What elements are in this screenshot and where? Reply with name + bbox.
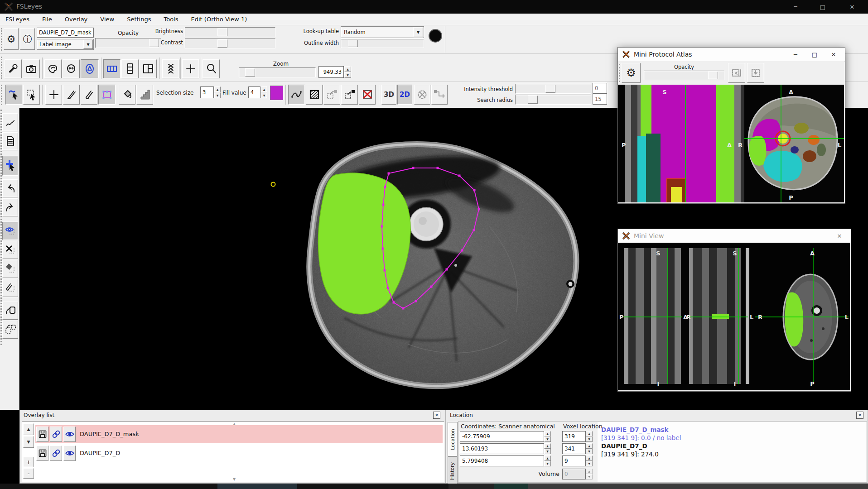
- intensity-threshold-slider[interactable]: [515, 84, 591, 94]
- zoom-value-input[interactable]: [318, 66, 344, 78]
- select-mode-button[interactable]: [23, 85, 40, 105]
- link-overlay-button[interactable]: [50, 446, 62, 461]
- menu-view[interactable]: View: [99, 16, 115, 23]
- coord-x-stepper[interactable]: ▲▼: [544, 431, 551, 442]
- coord-z-stepper[interactable]: ▲▼: [544, 455, 551, 466]
- coord-y-input[interactable]: [460, 443, 544, 454]
- atlas-settings-button[interactable]: ⚙: [622, 63, 641, 83]
- coord-x-input[interactable]: [460, 431, 544, 442]
- atlas-reset-button[interactable]: [728, 63, 745, 83]
- label-color-button[interactable]: [429, 29, 442, 43]
- atlas-titlebar[interactable]: Mini Protocol Atlas ─ □ ✕: [618, 48, 845, 62]
- edit-options-button[interactable]: [2, 113, 18, 131]
- axial-view-button[interactable]: [81, 59, 99, 78]
- clear-selection-side-button[interactable]: [2, 241, 18, 259]
- volume-input[interactable]: [562, 469, 586, 479]
- atlas-minimize-button[interactable]: ─: [786, 48, 805, 61]
- redo-button[interactable]: [2, 198, 18, 216]
- fill-selection-button[interactable]: [306, 85, 323, 105]
- toolbar-drag-handle[interactable]: [1, 85, 4, 105]
- save-overlay-button[interactable]: [36, 446, 48, 461]
- mini-view-close-button[interactable]: ✕: [830, 229, 849, 243]
- visibility-eye-button[interactable]: [63, 427, 76, 442]
- threshold-fill-tool-button[interactable]: [136, 85, 153, 105]
- opacity-slider[interactable]: [95, 38, 161, 48]
- crosshair-tool-button[interactable]: [45, 85, 62, 105]
- brightness-slider[interactable]: [185, 27, 275, 37]
- close-button[interactable]: ✕: [836, 0, 868, 14]
- select-by-intensity-button[interactable]: [414, 85, 430, 105]
- bucket-fill-tool-button[interactable]: [119, 85, 135, 105]
- link-overlay-button[interactable]: [50, 427, 62, 442]
- layout-grid-button[interactable]: [140, 59, 157, 78]
- navigate-crosshair-button[interactable]: [2, 156, 18, 176]
- visibility-eye-button[interactable]: [63, 446, 76, 461]
- voxel-z-stepper[interactable]: ▲▼: [586, 455, 593, 466]
- overlay-row-mask[interactable]: DAUPIE_D7_D_mask: [35, 425, 443, 443]
- tab-history[interactable]: History: [448, 456, 458, 485]
- fill-value-input[interactable]: [248, 86, 260, 98]
- overlay-name-input[interactable]: [37, 28, 94, 38]
- location-close-icon[interactable]: ✕: [856, 412, 863, 419]
- fill-value-stepper[interactable]: ▲▼: [261, 86, 267, 98]
- atlas-apply-button[interactable]: [747, 63, 764, 83]
- search-radius-slider[interactable]: [515, 95, 591, 105]
- layout-vertical-button[interactable]: [121, 59, 139, 78]
- mode-3d-button[interactable]: 3D: [381, 85, 396, 105]
- menu-edit-ortho[interactable]: Edit (Ortho View 1): [190, 16, 248, 23]
- paste-selection-button[interactable]: [341, 85, 358, 105]
- maximize-button[interactable]: □: [809, 0, 836, 14]
- tab-location[interactable]: Location: [448, 422, 458, 456]
- menu-overlay[interactable]: Overlay: [64, 16, 89, 23]
- copy-selection-button[interactable]: [323, 85, 340, 105]
- zoom-slider[interactable]: [239, 67, 316, 77]
- copy-paste-selection-button[interactable]: [2, 321, 18, 339]
- lut-dropdown-icon[interactable]: ▼: [413, 27, 423, 37]
- menu-tools[interactable]: Tools: [163, 16, 179, 23]
- sagittal-view-button[interactable]: [44, 59, 62, 78]
- overlay-list-close-icon[interactable]: ✕: [433, 412, 440, 419]
- coord-z-input[interactable]: [460, 455, 544, 466]
- overlay-type-select[interactable]: Label image ▼: [37, 39, 94, 50]
- save-overlay-button[interactable]: [36, 427, 48, 442]
- fill-selection-side-button[interactable]: [2, 260, 18, 278]
- movie-mode-button[interactable]: [162, 59, 179, 78]
- undo-button[interactable]: [2, 179, 18, 197]
- overlay-remove-button[interactable]: -: [23, 468, 34, 479]
- menu-fsleyes[interactable]: FSLeyes: [5, 16, 30, 23]
- menu-file[interactable]: File: [41, 16, 53, 23]
- atlas-canvas[interactable]: S P A A R L: [618, 85, 844, 202]
- label-list-button[interactable]: [2, 132, 18, 150]
- erase-selection-side-button[interactable]: [2, 279, 18, 297]
- voxel-x-input[interactable]: [562, 431, 586, 442]
- voxel-x-stepper[interactable]: ▲▼: [586, 431, 593, 442]
- intensity-threshold-input[interactable]: [593, 83, 607, 94]
- select-line-button[interactable]: [431, 85, 448, 105]
- polygon-select-tool-button[interactable]: [98, 85, 116, 105]
- atlas-close-button[interactable]: ✕: [824, 48, 843, 61]
- spline-tool-button[interactable]: [288, 85, 305, 105]
- overlay-row-image[interactable]: DAUPIE_D7_D: [35, 444, 443, 462]
- navigate-mode-button[interactable]: [5, 85, 22, 105]
- view-settings-button[interactable]: [5, 59, 22, 78]
- layout-horizontal-button[interactable]: [103, 59, 121, 78]
- coord-y-stepper[interactable]: ▲▼: [544, 443, 551, 454]
- overlay-settings-button[interactable]: ⚙: [4, 28, 19, 50]
- atlas-opacity-slider[interactable]: [644, 71, 724, 80]
- pencil-tool-button[interactable]: [63, 85, 80, 105]
- minimize-button[interactable]: ─: [782, 0, 809, 14]
- toolbar-drag-handle[interactable]: [1, 57, 4, 79]
- mini-view-titlebar[interactable]: Mini View ✕: [618, 229, 851, 243]
- menu-settings[interactable]: Settings: [126, 16, 152, 23]
- outline-width-slider[interactable]: [341, 39, 424, 48]
- clear-selection-button[interactable]: [359, 85, 376, 105]
- screenshot-button[interactable]: [23, 59, 40, 78]
- mode-2d-button[interactable]: 2D: [397, 85, 412, 105]
- selection-size-stepper[interactable]: ▲▼: [214, 86, 221, 98]
- overlay-type-dropdown-icon[interactable]: ▼: [83, 40, 93, 49]
- atlas-maximize-button[interactable]: □: [805, 48, 824, 61]
- zoom-stepper[interactable]: ▲▼: [344, 66, 351, 78]
- zoom-tool-button[interactable]: [203, 59, 220, 78]
- selection-size-input[interactable]: [200, 86, 214, 98]
- fill-color-swatch[interactable]: [270, 86, 283, 100]
